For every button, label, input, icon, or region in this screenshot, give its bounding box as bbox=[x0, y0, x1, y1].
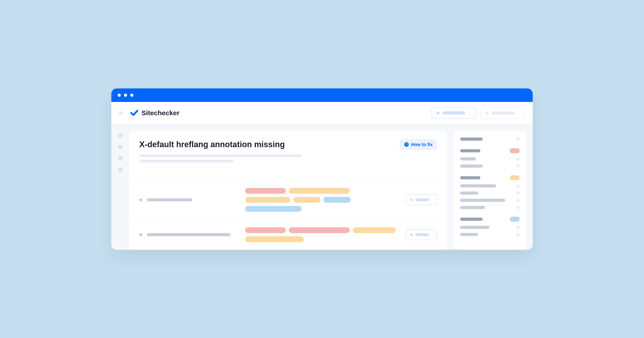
card-header: X-default hreflang annotation missing ? … bbox=[129, 131, 447, 169]
brand-name: Sitechecker bbox=[142, 109, 179, 117]
page-title: X-default hreflang annotation missing bbox=[139, 140, 285, 149]
list-item[interactable] bbox=[460, 226, 490, 229]
header-action-secondary[interactable] bbox=[480, 107, 526, 119]
section-heading bbox=[460, 176, 480, 179]
status-dot bbox=[516, 206, 520, 209]
tag[interactable] bbox=[289, 227, 350, 233]
panel-section bbox=[460, 138, 520, 141]
table-header bbox=[129, 169, 447, 180]
how-to-fix-button[interactable]: ? How to fix bbox=[400, 139, 437, 150]
status-badge bbox=[510, 217, 520, 222]
brand-logo[interactable]: Sitechecker bbox=[130, 109, 179, 117]
right-panel bbox=[454, 131, 526, 250]
help-icon: ? bbox=[404, 142, 409, 147]
maximize-window-icon[interactable] bbox=[130, 94, 134, 97]
description-placeholder bbox=[139, 154, 437, 163]
tag[interactable] bbox=[289, 188, 350, 194]
row-action-button[interactable] bbox=[406, 194, 437, 205]
status-badge bbox=[510, 175, 520, 180]
list-item[interactable] bbox=[460, 206, 485, 209]
status-dot bbox=[516, 226, 520, 229]
list-item[interactable] bbox=[460, 165, 483, 168]
how-to-fix-label: How to fix bbox=[411, 142, 433, 147]
list-item[interactable] bbox=[460, 233, 478, 236]
titlebar bbox=[111, 88, 533, 102]
status-badge bbox=[510, 148, 520, 153]
close-window-icon[interactable] bbox=[118, 94, 121, 97]
sidebar-item[interactable] bbox=[118, 167, 122, 172]
list-item[interactable] bbox=[460, 157, 476, 161]
main-content: X-default hreflang annotation missing ? … bbox=[129, 125, 533, 250]
section-heading bbox=[460, 149, 480, 152]
row-tags bbox=[245, 227, 396, 242]
menu-icon[interactable] bbox=[118, 111, 122, 115]
list-item[interactable] bbox=[460, 184, 496, 187]
status-dot bbox=[516, 184, 520, 187]
sidebar-item[interactable] bbox=[118, 145, 122, 149]
status-dot bbox=[516, 157, 520, 161]
tag[interactable] bbox=[353, 227, 396, 233]
tag[interactable] bbox=[324, 197, 350, 203]
header-action-primary[interactable] bbox=[431, 107, 476, 119]
table-row bbox=[129, 219, 447, 250]
sidebar bbox=[111, 125, 129, 250]
tag[interactable] bbox=[245, 227, 286, 233]
list-item[interactable] bbox=[460, 199, 505, 202]
panel-section bbox=[460, 217, 520, 236]
row-label bbox=[147, 233, 230, 236]
status-dot bbox=[516, 138, 520, 141]
sidebar-item[interactable] bbox=[118, 156, 122, 161]
tag[interactable] bbox=[294, 197, 320, 203]
status-dot bbox=[516, 233, 520, 236]
section-heading bbox=[460, 138, 483, 141]
issue-card: X-default hreflang annotation missing ? … bbox=[129, 131, 447, 250]
center-panel: X-default hreflang annotation missing ? … bbox=[129, 131, 447, 250]
tag[interactable] bbox=[245, 188, 286, 194]
panel-section bbox=[460, 175, 520, 209]
list-item[interactable] bbox=[460, 191, 478, 195]
tag[interactable] bbox=[245, 197, 290, 203]
browser-window: Sitechecker X-default hreflang annotatio… bbox=[111, 88, 533, 250]
tag[interactable] bbox=[245, 236, 304, 242]
row-bullet-icon bbox=[139, 198, 142, 201]
body-area: X-default hreflang annotation missing ? … bbox=[111, 125, 533, 250]
traffic-lights bbox=[118, 94, 134, 97]
table-row bbox=[129, 180, 447, 219]
status-dot bbox=[516, 191, 520, 195]
checkmark-icon bbox=[130, 109, 138, 117]
status-dot bbox=[516, 199, 520, 202]
row-bullet-icon bbox=[139, 233, 142, 236]
panel-section bbox=[460, 148, 520, 168]
sidebar-item[interactable] bbox=[118, 134, 122, 138]
status-dot bbox=[516, 165, 520, 168]
app-header: Sitechecker bbox=[111, 102, 533, 125]
row-label bbox=[147, 198, 192, 201]
minimize-window-icon[interactable] bbox=[124, 94, 127, 97]
row-tags bbox=[245, 188, 396, 212]
tag[interactable] bbox=[245, 206, 302, 212]
row-action-button[interactable] bbox=[406, 229, 437, 240]
section-heading bbox=[460, 218, 483, 221]
